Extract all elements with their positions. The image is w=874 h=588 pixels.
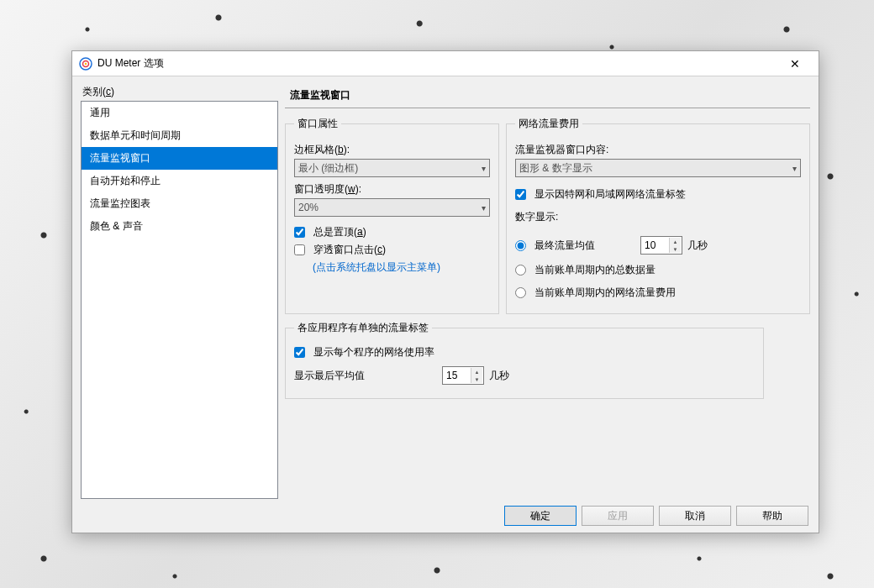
category-item-units[interactable]: 数据单元和时间周期 <box>82 124 277 147</box>
chevron-down-icon: ▾ <box>792 164 797 173</box>
help-button[interactable]: 帮助 <box>736 506 808 526</box>
per-app-legend: 各应用程序有单独的流量标签 <box>294 321 432 335</box>
apply-button[interactable]: 应用 <box>582 506 654 526</box>
window-properties-group: 窗口属性 边框风格(b): 最小 (细边框) ▾ 窗口透明度(w): 20% ▾ <box>285 117 499 314</box>
traffic-cost-group: 网络流量费用 流量监视器窗口内容: 图形 & 数字显示 ▾ 显示因特网和局域网网… <box>506 117 810 314</box>
radio-final-avg-label: 最终流量均值 <box>534 239 635 253</box>
category-item-general[interactable]: 通用 <box>82 102 277 124</box>
last-avg-label: 显示最后平均值 <box>294 369 437 383</box>
digit-display-label: 数字显示: <box>515 210 801 224</box>
always-on-top-label: 总是置顶(a) <box>313 225 366 239</box>
radio-final-avg[interactable] <box>515 240 526 251</box>
chevron-down-icon: ▾ <box>482 203 486 213</box>
monitor-content-select[interactable]: 图形 & 数字显示 ▾ <box>515 159 801 177</box>
last-avg-spinner[interactable]: 15 ▲▼ <box>442 366 484 385</box>
page-title: 流量监视窗口 <box>285 85 810 108</box>
close-icon: ✕ <box>790 57 800 71</box>
category-label: 类别(c) <box>81 85 278 99</box>
spin-down-icon[interactable]: ▼ <box>669 245 681 253</box>
window-title: DU Meter 选项 <box>97 56 778 71</box>
final-avg-unit: 几秒 <box>687 239 708 253</box>
opacity-label: 窗口透明度(w): <box>294 182 490 197</box>
ok-button[interactable]: 确定 <box>504 506 577 526</box>
sidebar: 类别(c) 通用 数据单元和时间周期 流量监视窗口 自动开始和停止 流量监控图表… <box>81 85 278 499</box>
cancel-button[interactable]: 取消 <box>659 506 731 526</box>
border-style-select[interactable]: 最小 (细边框) ▾ <box>294 159 490 177</box>
radio-cost-label: 当前账单周期内的网络流量费用 <box>534 286 676 300</box>
show-per-app-usage-checkbox[interactable] <box>294 347 305 358</box>
category-item-autostart[interactable]: 自动开始和停止 <box>82 170 277 192</box>
per-app-group: 各应用程序有单独的流量标签 显示每个程序的网络使用率 显示最后平均值 15 ▲▼… <box>285 321 764 399</box>
category-list[interactable]: 通用 数据单元和时间周期 流量监视窗口 自动开始和停止 流量监控图表 颜色 & … <box>81 101 278 499</box>
radio-total-data-label: 当前账单周期内的总数据量 <box>534 263 656 277</box>
last-avg-unit: 几秒 <box>489 369 509 383</box>
titlebar[interactable]: DU Meter 选项 ✕ <box>72 51 819 76</box>
spin-up-icon[interactable]: ▲ <box>471 368 482 375</box>
chevron-down-icon: ▾ <box>482 164 486 173</box>
radio-cost[interactable] <box>515 287 526 298</box>
svg-point-2 <box>85 62 87 64</box>
options-dialog: DU Meter 选项 ✕ 类别(c) 通用 数据单元和时间周期 流量监视窗口 … <box>71 50 819 533</box>
category-item-monitor[interactable]: 流量监视窗口 <box>82 147 277 170</box>
show-per-app-usage-label: 显示每个程序的网络使用率 <box>313 345 434 360</box>
click-through-hint: (点击系统托盘以显示主菜单) <box>313 260 490 275</box>
app-icon <box>79 57 92 71</box>
show-net-labels-checkbox[interactable] <box>515 189 526 200</box>
content-panel: 流量监视窗口 窗口属性 边框风格(b): 最小 (细边框) ▾ 窗口透明度(w)… <box>285 85 810 499</box>
category-item-charts[interactable]: 流量监控图表 <box>82 192 277 215</box>
always-on-top-checkbox[interactable] <box>294 227 305 238</box>
final-avg-spinner[interactable]: 10 ▲▼ <box>640 236 682 255</box>
opacity-select[interactable]: 20% ▾ <box>294 198 490 217</box>
click-through-checkbox[interactable] <box>294 244 305 255</box>
traffic-cost-legend: 网络流量费用 <box>515 117 582 131</box>
click-through-label: 穿透窗口点击(c) <box>313 243 386 257</box>
spin-down-icon[interactable]: ▼ <box>471 375 482 383</box>
close-button[interactable]: ✕ <box>778 52 812 76</box>
dialog-footer: 确定 应用 取消 帮助 <box>72 499 819 533</box>
category-item-colors[interactable]: 颜色 & 声音 <box>82 215 277 238</box>
monitor-content-label: 流量监视器窗口内容: <box>515 143 801 157</box>
radio-total-data[interactable] <box>515 265 526 276</box>
window-properties-legend: 窗口属性 <box>294 117 341 131</box>
spin-up-icon[interactable]: ▲ <box>669 238 681 245</box>
border-style-label: 边框风格(b): <box>294 143 490 157</box>
show-net-labels-label: 显示因特网和局域网网络流量标签 <box>534 187 686 202</box>
